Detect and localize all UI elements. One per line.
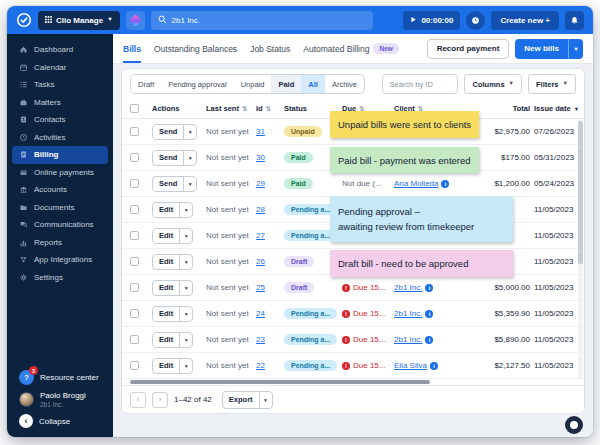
row-checkbox[interactable] (130, 335, 139, 344)
export-button[interactable]: Export ▼ (222, 391, 273, 409)
vertical-scrollbar[interactable] (578, 119, 583, 379)
search-by-id-input[interactable]: Search by ID (382, 74, 458, 94)
sidebar-item-reports[interactable]: Reports (12, 234, 108, 252)
bill-id-link[interactable]: 31 (256, 127, 265, 136)
row-checkbox[interactable] (130, 361, 139, 370)
next-page-button[interactable]: › (152, 392, 168, 408)
filters-button[interactable]: Filters ▼ (528, 74, 576, 94)
row-checkbox[interactable] (130, 205, 139, 214)
filter-segment-paid[interactable]: Paid (271, 75, 301, 93)
chevron-down-icon[interactable]: ▼ (179, 203, 192, 217)
collapse-button[interactable]: ‹ Collapse (12, 411, 108, 431)
filter-segment-draft[interactable]: Draft (131, 75, 161, 93)
row-action-button[interactable]: Edit▼ (152, 228, 193, 244)
chevron-down-icon[interactable]: ▼ (183, 125, 196, 139)
client-link[interactable]: 2b1 Inc. (394, 309, 422, 318)
info-icon[interactable]: i (441, 180, 449, 188)
info-icon[interactable]: i (425, 310, 433, 318)
record-payment-button[interactable]: Record payment (427, 39, 510, 59)
sidebar-item-contacts[interactable]: Contacts (12, 111, 108, 129)
row-checkbox[interactable] (130, 257, 139, 266)
row-action-button[interactable]: Edit▼ (152, 306, 193, 322)
column-header-last-sent[interactable]: Last sent⇅ (206, 104, 256, 113)
client-link[interactable]: 2b1 Inc. (394, 335, 422, 344)
sidebar-item-accounts[interactable]: Accounts (12, 181, 108, 199)
chat-bubble-icon[interactable] (565, 416, 583, 434)
row-action-button[interactable]: Edit▼ (152, 358, 193, 374)
create-new-button[interactable]: Create new + (491, 11, 559, 30)
sidebar-item-tasks[interactable]: Tasks (12, 76, 108, 94)
chevron-down-icon[interactable]: ▼ (183, 151, 196, 165)
tab-automated-billing[interactable]: Automated BillingNew (303, 34, 399, 63)
tab-job-status[interactable]: Job Status (250, 34, 290, 63)
app-switcher-button[interactable]: Clio Manage ▼ (38, 11, 120, 30)
chevron-down-icon[interactable]: ▼ (179, 229, 192, 243)
row-checkbox[interactable] (130, 153, 139, 162)
client-link[interactable]: Elia Silva (394, 361, 427, 370)
sidebar-item-documents[interactable]: Documents (12, 199, 108, 217)
row-action-button[interactable]: Edit▼ (152, 332, 193, 348)
bill-id-link[interactable]: 25 (256, 283, 265, 292)
row-action-button[interactable]: Send▼ (152, 176, 197, 192)
row-checkbox[interactable] (130, 283, 139, 292)
bill-id-link[interactable]: 29 (256, 179, 265, 188)
info-icon[interactable]: i (425, 336, 433, 344)
horizontal-scrollbar[interactable] (130, 380, 430, 384)
apps-diamond-button[interactable] (126, 11, 145, 30)
bill-id-link[interactable]: 22 (256, 361, 265, 370)
filter-segment-unpaid[interactable]: Unpaid (234, 75, 272, 93)
tab-outstanding-balances[interactable]: Outstanding Balances (154, 34, 237, 63)
user-menu-item[interactable]: Paolo Broggi 2b1 Inc. (12, 388, 108, 411)
row-checkbox[interactable] (130, 231, 139, 240)
tab-bills[interactable]: Bills (123, 34, 141, 63)
row-action-button[interactable]: Edit▼ (152, 280, 193, 296)
clock-button[interactable] (466, 11, 485, 30)
bill-id-link[interactable]: 28 (256, 205, 265, 214)
timer-button[interactable]: 00:00:00 (403, 11, 460, 30)
row-action-button[interactable]: Send▼ (152, 124, 197, 140)
bill-id-link[interactable]: 30 (256, 153, 265, 162)
filter-segment-archive[interactable]: Archive (325, 75, 364, 93)
chevron-down-icon[interactable]: ▼ (179, 307, 192, 321)
bill-id-link[interactable]: 23 (256, 335, 265, 344)
row-checkbox[interactable] (130, 309, 139, 318)
client-link[interactable]: 2b1 Inc. (394, 283, 422, 292)
row-checkbox[interactable] (130, 127, 139, 136)
sidebar-item-dashboard[interactable]: Dashboard (12, 41, 108, 59)
chevron-down-icon[interactable]: ▼ (179, 359, 192, 373)
row-action-button[interactable]: Edit▼ (152, 254, 193, 270)
info-icon[interactable]: i (430, 362, 438, 370)
sidebar-item-billing[interactable]: Billing (12, 146, 108, 164)
sidebar-item-app-integrations[interactable]: App Integrations (12, 251, 108, 269)
column-header-id[interactable]: Id⇅ (256, 104, 284, 113)
filter-segment-pending-approval[interactable]: Pending approval (161, 75, 233, 93)
row-checkbox[interactable] (130, 179, 139, 188)
filter-segment-all[interactable]: All (301, 75, 325, 93)
bill-id-link[interactable]: 27 (256, 231, 265, 240)
sidebar-item-matters[interactable]: Matters (12, 94, 108, 112)
columns-button[interactable]: Columns ▼ (464, 74, 522, 94)
sidebar-item-settings[interactable]: Settings (12, 269, 108, 287)
chevron-down-icon[interactable]: ▼ (179, 333, 192, 347)
sidebar-item-calendar[interactable]: Calendar (12, 59, 108, 77)
select-all-checkbox[interactable] (130, 104, 139, 113)
chevron-down-icon[interactable]: ▼ (568, 39, 583, 59)
info-icon[interactable]: i (425, 284, 433, 292)
chevron-down-icon[interactable]: ▼ (179, 255, 192, 269)
bill-id-link[interactable]: 26 (256, 257, 265, 266)
sidebar-item-communications[interactable]: Communications (12, 216, 108, 234)
client-link[interactable]: Ana Molleda (394, 179, 438, 188)
sidebar-item-activities[interactable]: Activities (12, 129, 108, 147)
chevron-down-icon[interactable]: ▼ (179, 281, 192, 295)
column-header-issue-date[interactable]: Issue date▼ (534, 104, 582, 113)
vertical-scrollbar-thumb[interactable] (578, 121, 583, 264)
global-search[interactable]: 2b1 Inc. (151, 11, 373, 30)
row-action-button[interactable]: Edit▼ (152, 202, 193, 218)
prev-page-button[interactable]: ‹ (130, 392, 146, 408)
sidebar-item-online-payments[interactable]: Online payments (12, 164, 108, 182)
chevron-down-icon[interactable]: ▼ (183, 177, 196, 191)
resource-center-item[interactable]: ?3 Resource center (12, 367, 108, 388)
notifications-button[interactable] (565, 11, 584, 30)
new-bills-button[interactable]: New bills ▼ (515, 39, 583, 59)
bill-id-link[interactable]: 24 (256, 309, 265, 318)
